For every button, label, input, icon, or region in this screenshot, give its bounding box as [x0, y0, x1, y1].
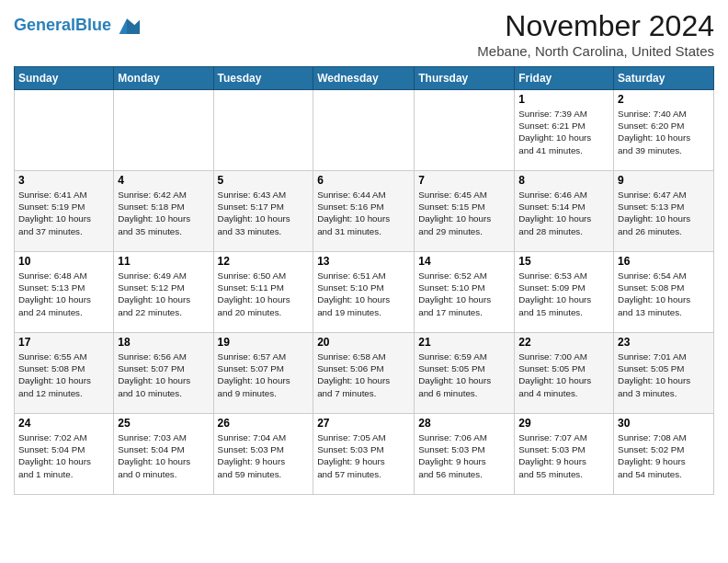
day-cell: 17Sunrise: 6:55 AM Sunset: 5:08 PM Dayli…: [15, 333, 114, 414]
day-number: 20: [317, 336, 410, 349]
col-thursday: Thursday: [415, 67, 515, 90]
day-cell: 21Sunrise: 6:59 AM Sunset: 5:05 PM Dayli…: [415, 333, 515, 414]
logo-line1: General: [14, 16, 75, 34]
day-cell: 19Sunrise: 6:57 AM Sunset: 5:07 PM Dayli…: [213, 333, 313, 414]
logo-text: GeneralBlue: [14, 17, 111, 35]
day-cell: 23Sunrise: 7:01 AM Sunset: 5:05 PM Dayli…: [614, 333, 714, 414]
day-cell: 13Sunrise: 6:51 AM Sunset: 5:10 PM Dayli…: [313, 252, 415, 333]
day-cell: 30Sunrise: 7:08 AM Sunset: 5:02 PM Dayli…: [614, 414, 714, 495]
day-number: 28: [418, 417, 510, 430]
logo-line2: Blue: [75, 16, 111, 34]
day-info: Sunrise: 7:01 AM Sunset: 5:05 PM Dayligh…: [618, 350, 710, 399]
day-cell: 11Sunrise: 6:49 AM Sunset: 5:12 PM Dayli…: [114, 252, 213, 333]
day-number: 13: [317, 255, 410, 268]
day-cell: 27Sunrise: 7:05 AM Sunset: 5:03 PM Dayli…: [313, 414, 415, 495]
day-info: Sunrise: 6:47 AM Sunset: 5:13 PM Dayligh…: [618, 189, 710, 237]
day-info: Sunrise: 6:58 AM Sunset: 5:06 PM Dayligh…: [317, 350, 410, 399]
title-section: November 2024 Mebane, North Carolina, Un…: [477, 9, 714, 59]
day-info: Sunrise: 7:40 AM Sunset: 6:20 PM Dayligh…: [618, 108, 710, 156]
col-tuesday: Tuesday: [213, 67, 313, 90]
day-number: 4: [118, 174, 209, 187]
day-info: Sunrise: 6:57 AM Sunset: 5:07 PM Dayligh…: [218, 350, 310, 399]
day-cell: 5Sunrise: 6:43 AM Sunset: 5:17 PM Daylig…: [213, 171, 313, 252]
day-number: 29: [518, 417, 609, 430]
calendar: Sunday Monday Tuesday Wednesday Thursday…: [14, 66, 714, 495]
day-cell: 7Sunrise: 6:45 AM Sunset: 5:15 PM Daylig…: [415, 171, 515, 252]
day-cell: 8Sunrise: 6:46 AM Sunset: 5:14 PM Daylig…: [515, 171, 614, 252]
week-row-3: 17Sunrise: 6:55 AM Sunset: 5:08 PM Dayli…: [15, 333, 714, 414]
day-cell: 18Sunrise: 6:56 AM Sunset: 5:07 PM Dayli…: [114, 333, 213, 414]
day-cell: [15, 90, 114, 171]
header: GeneralBlue November 2024 Mebane, North …: [14, 9, 714, 59]
day-cell: 24Sunrise: 7:02 AM Sunset: 5:04 PM Dayli…: [15, 414, 114, 495]
day-info: Sunrise: 7:05 AM Sunset: 5:03 PM Dayligh…: [317, 431, 410, 480]
day-number: 5: [218, 174, 310, 187]
day-number: 7: [418, 174, 510, 187]
day-info: Sunrise: 6:44 AM Sunset: 5:16 PM Dayligh…: [317, 189, 410, 237]
col-sunday: Sunday: [15, 67, 114, 90]
day-number: 23: [618, 336, 710, 349]
day-cell: [213, 90, 313, 171]
day-cell: [415, 90, 515, 171]
day-info: Sunrise: 6:46 AM Sunset: 5:14 PM Dayligh…: [518, 189, 609, 237]
day-number: 8: [518, 174, 609, 187]
day-number: 25: [118, 417, 209, 430]
day-cell: 12Sunrise: 6:50 AM Sunset: 5:11 PM Dayli…: [213, 252, 313, 333]
col-friday: Friday: [515, 67, 614, 90]
day-number: 6: [317, 174, 410, 187]
col-saturday: Saturday: [614, 67, 714, 90]
logo-icon: [114, 13, 140, 39]
day-info: Sunrise: 6:49 AM Sunset: 5:12 PM Dayligh…: [118, 270, 209, 318]
day-number: 19: [218, 336, 310, 349]
day-info: Sunrise: 7:06 AM Sunset: 5:03 PM Dayligh…: [418, 431, 510, 480]
day-number: 18: [118, 336, 209, 349]
day-info: Sunrise: 6:59 AM Sunset: 5:05 PM Dayligh…: [418, 350, 510, 399]
day-info: Sunrise: 6:53 AM Sunset: 5:09 PM Dayligh…: [518, 270, 609, 318]
day-info: Sunrise: 7:00 AM Sunset: 5:05 PM Dayligh…: [518, 350, 609, 399]
day-number: 22: [518, 336, 609, 349]
day-info: Sunrise: 7:03 AM Sunset: 5:04 PM Dayligh…: [118, 431, 209, 480]
day-info: Sunrise: 6:42 AM Sunset: 5:18 PM Dayligh…: [118, 189, 209, 237]
day-cell: [114, 90, 213, 171]
day-info: Sunrise: 6:48 AM Sunset: 5:13 PM Dayligh…: [18, 270, 109, 318]
day-info: Sunrise: 6:52 AM Sunset: 5:10 PM Dayligh…: [418, 270, 510, 318]
day-info: Sunrise: 6:41 AM Sunset: 5:19 PM Dayligh…: [18, 189, 109, 237]
day-info: Sunrise: 6:54 AM Sunset: 5:08 PM Dayligh…: [618, 270, 710, 318]
day-cell: 26Sunrise: 7:04 AM Sunset: 5:03 PM Dayli…: [213, 414, 313, 495]
day-cell: 10Sunrise: 6:48 AM Sunset: 5:13 PM Dayli…: [15, 252, 114, 333]
day-info: Sunrise: 6:43 AM Sunset: 5:17 PM Dayligh…: [218, 189, 310, 237]
day-cell: [313, 90, 415, 171]
day-cell: 3Sunrise: 6:41 AM Sunset: 5:19 PM Daylig…: [15, 171, 114, 252]
day-cell: 14Sunrise: 6:52 AM Sunset: 5:10 PM Dayli…: [415, 252, 515, 333]
logo: GeneralBlue: [14, 13, 140, 39]
day-info: Sunrise: 7:39 AM Sunset: 6:21 PM Dayligh…: [518, 108, 609, 156]
day-info: Sunrise: 6:55 AM Sunset: 5:08 PM Dayligh…: [18, 350, 109, 399]
day-number: 12: [218, 255, 310, 268]
day-number: 10: [18, 255, 109, 268]
page-container: GeneralBlue November 2024 Mebane, North …: [0, 0, 728, 500]
day-info: Sunrise: 7:02 AM Sunset: 5:04 PM Dayligh…: [18, 431, 109, 480]
day-info: Sunrise: 6:45 AM Sunset: 5:15 PM Dayligh…: [418, 189, 510, 237]
day-number: 11: [118, 255, 209, 268]
day-cell: 9Sunrise: 6:47 AM Sunset: 5:13 PM Daylig…: [614, 171, 714, 252]
day-number: 3: [18, 174, 109, 187]
day-number: 15: [518, 255, 609, 268]
day-info: Sunrise: 7:08 AM Sunset: 5:02 PM Dayligh…: [618, 431, 710, 480]
location: Mebane, North Carolina, United States: [477, 43, 714, 59]
day-cell: 6Sunrise: 6:44 AM Sunset: 5:16 PM Daylig…: [313, 171, 415, 252]
day-number: 24: [18, 417, 109, 430]
day-cell: 28Sunrise: 7:06 AM Sunset: 5:03 PM Dayli…: [415, 414, 515, 495]
day-number: 14: [418, 255, 510, 268]
day-number: 9: [618, 174, 710, 187]
week-row-1: 3Sunrise: 6:41 AM Sunset: 5:19 PM Daylig…: [15, 171, 714, 252]
svg-marker-1: [127, 18, 140, 34]
calendar-body: 1Sunrise: 7:39 AM Sunset: 6:21 PM Daylig…: [15, 90, 714, 495]
day-info: Sunrise: 7:04 AM Sunset: 5:03 PM Dayligh…: [218, 431, 310, 480]
day-info: Sunrise: 6:51 AM Sunset: 5:10 PM Dayligh…: [317, 270, 410, 318]
header-row: Sunday Monday Tuesday Wednesday Thursday…: [15, 67, 714, 90]
day-info: Sunrise: 6:56 AM Sunset: 5:07 PM Dayligh…: [118, 350, 209, 399]
day-number: 2: [618, 93, 710, 106]
day-number: 21: [418, 336, 510, 349]
month-title: November 2024: [477, 9, 714, 43]
calendar-header: Sunday Monday Tuesday Wednesday Thursday…: [15, 67, 714, 90]
